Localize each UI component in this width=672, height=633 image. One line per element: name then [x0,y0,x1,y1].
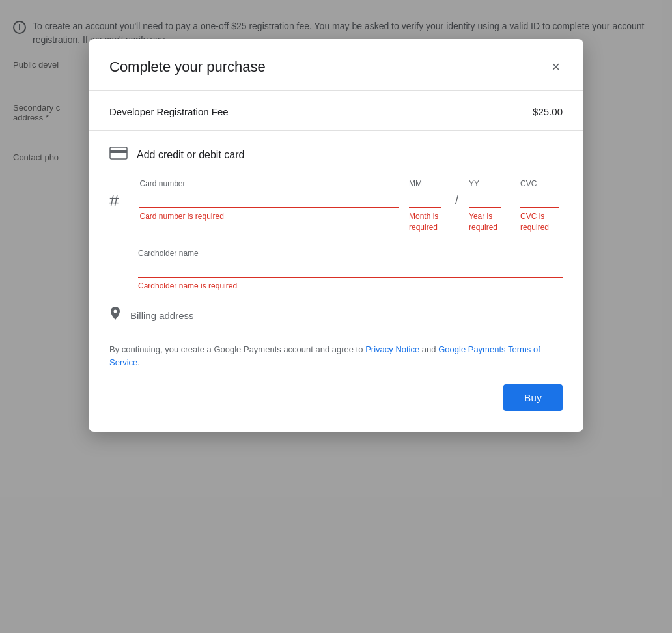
billing-label: Billing address [130,310,194,321]
fee-amount: $25.00 [533,106,563,117]
buy-button[interactable]: Buy [503,384,563,411]
slash-divider: / [455,179,458,207]
billing-row: Billing address [109,307,563,330]
legal-period: . [137,358,140,367]
header-divider [89,90,583,91]
card-number-label: Card number [139,179,399,188]
cvc-error: CVC is required [520,211,563,233]
cvc-label: CVC [520,179,563,188]
fee-row: Developer Registration Fee $25.00 [109,104,563,130]
legal-text: By continuing, you create a Google Payme… [109,343,563,369]
year-input[interactable] [469,191,501,208]
hash-icon: # [109,191,119,211]
privacy-notice-link[interactable]: Privacy Notice [365,345,419,354]
fee-divider [89,130,583,131]
fee-label: Developer Registration Fee [109,106,229,117]
cardholder-input[interactable] [138,260,563,278]
legal-and: and [422,345,436,354]
month-label: MM [409,179,445,188]
modal-title: Complete your purchase [109,59,266,76]
modal-header: Complete your purchase × [109,57,563,77]
legal-prefix: By continuing, you create a Google Payme… [109,345,363,354]
modal-overlay: Complete your purchase × Developer Regis… [0,0,672,633]
card-number-input[interactable] [139,191,399,208]
credit-card-icon [109,147,128,163]
close-button[interactable]: × [549,57,563,77]
year-error: Year is required [469,211,505,233]
month-error: Month is required [409,211,445,233]
month-input[interactable] [409,191,441,208]
purchase-modal: Complete your purchase × Developer Regis… [89,39,583,432]
card-number-error: Card number is required [139,211,399,222]
year-label: YY [469,179,505,188]
cvc-input[interactable] [520,191,559,208]
card-section-title: Add credit or debit card [137,149,244,161]
cardholder-error: Cardholder name is required [138,281,563,292]
svg-rect-1 [110,150,127,153]
modal-footer: Buy [109,384,563,411]
cardholder-label: Cardholder name [138,249,563,258]
location-icon [109,307,121,324]
card-section-header: Add credit or debit card [109,144,563,163]
